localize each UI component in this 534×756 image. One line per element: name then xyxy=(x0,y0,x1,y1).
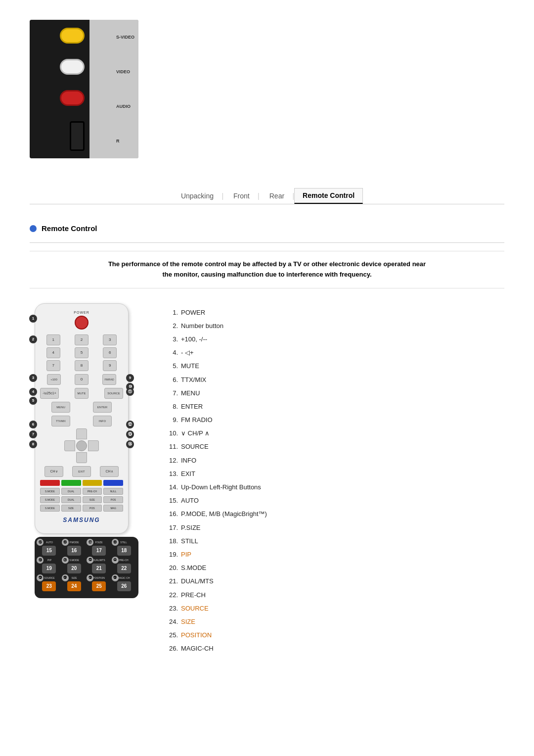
badge-24: ㉔ xyxy=(62,574,69,581)
badge-23: ㉓ xyxy=(37,574,44,581)
func-btn-4[interactable]: NULL xyxy=(103,488,123,495)
tab-remote-control[interactable]: Remote Control xyxy=(294,188,363,204)
tab-rear[interactable]: Rear xyxy=(260,188,294,204)
num-btn-6[interactable]: 6 xyxy=(103,347,117,358)
num-btn-7[interactable]: 7 xyxy=(46,360,60,371)
btn-menu[interactable]: MENU xyxy=(51,402,70,413)
badge-16: ⑯ xyxy=(62,539,69,546)
remote-power-label: POWER xyxy=(40,311,123,314)
dpad-center[interactable] xyxy=(76,440,87,451)
section-dot xyxy=(30,225,37,232)
bottom-btn-16[interactable]: 16 xyxy=(67,546,81,556)
bottom-btn-25[interactable]: 25 xyxy=(92,581,106,591)
color-btn-yellow[interactable] xyxy=(83,480,102,486)
warning-line2: the monitor, causing malfunction due to … xyxy=(49,270,485,280)
func-btn-10[interactable]: SIZE xyxy=(61,505,81,512)
num-btn-8[interactable]: 8 xyxy=(75,360,89,371)
item-label-2: Number button xyxy=(181,322,223,331)
func-btn-8[interactable]: POS xyxy=(103,496,123,503)
item-num-3: 3. xyxy=(163,335,178,344)
badge-26: ㉖ xyxy=(112,574,119,581)
item-num-8: 8. xyxy=(163,402,178,411)
item-label-14: Up-Down Left-Right Buttons xyxy=(181,483,261,492)
cable-red xyxy=(60,90,85,106)
section-divider xyxy=(30,242,504,243)
btn-ttx-mix[interactable]: TTX/MIX xyxy=(51,416,70,426)
btn-ch-up[interactable]: CH∧ xyxy=(100,466,119,477)
num-btn-9[interactable]: 9 xyxy=(103,360,117,371)
dpad-left[interactable] xyxy=(64,440,75,451)
btn-plus100[interactable]: +100 xyxy=(47,374,61,385)
num-btn-2[interactable]: 2 xyxy=(75,334,89,345)
btn-minus[interactable]: -\u25c1+ xyxy=(40,388,59,399)
item-label-5: MUTE xyxy=(181,362,199,371)
item-label-6: TTX/MIX xyxy=(181,376,206,384)
label-svideo: S-VIDEO xyxy=(116,35,134,40)
func-btn-12[interactable]: MAG xyxy=(103,505,123,512)
func-btn-3[interactable]: PRE-CH xyxy=(83,488,102,495)
func-btn-9[interactable]: S.MODE xyxy=(40,505,60,512)
nav-tabs-area: Unpacking Front Rear Remote Control xyxy=(30,188,504,204)
remote-bottom-section: AUTO P.MODE P.SIZE STILL ⑮ 15 ⑯ 16 xyxy=(35,537,138,598)
bottom-btn-18[interactable]: 18 xyxy=(117,546,131,556)
num-btn-4[interactable]: 4 xyxy=(46,347,60,358)
badge-13: ⑬ xyxy=(126,430,134,438)
item-label-19: PIP xyxy=(181,550,191,559)
badge-22: ㉒ xyxy=(112,557,119,564)
dpad-up[interactable] xyxy=(76,428,87,439)
btn-mute[interactable]: MUTE xyxy=(75,388,89,399)
func-btn-1[interactable]: S.MODE xyxy=(40,488,60,495)
bottom-btn-15[interactable]: 15 xyxy=(42,546,56,556)
badge-7: 7 xyxy=(29,430,37,438)
item-num-14: 14. xyxy=(163,483,178,492)
bottom-btn-17[interactable]: 17 xyxy=(92,546,106,556)
remote-power-button[interactable] xyxy=(75,316,89,330)
dpad-right[interactable] xyxy=(88,440,99,451)
samsung-logo: SAMSUNG xyxy=(40,514,123,526)
btn-fm-radio[interactable]: FM/RAD xyxy=(102,374,116,385)
dpad-down[interactable] xyxy=(76,452,87,463)
num-btn-1[interactable]: 1 xyxy=(46,334,60,345)
item-label-8: ENTER xyxy=(181,402,203,411)
item-label-10: ∨ CH/P ∧ xyxy=(181,429,210,438)
item-num-16: 16. xyxy=(163,510,178,519)
bottom-btn-26[interactable]: 26 xyxy=(117,581,131,591)
item-row-11: 11. SOURCE xyxy=(163,442,504,451)
items-list: 1. POWER 2. Number button 3. +100, -/-- … xyxy=(163,303,504,658)
btn-ch-down[interactable]: CH∨ xyxy=(44,466,63,477)
bottom-btn-19[interactable]: 19 xyxy=(42,564,56,573)
item-num-25: 25. xyxy=(163,631,178,640)
item-label-16: P.MODE, M/B (MagicBright™) xyxy=(181,510,267,519)
btn-info[interactable]: INFO xyxy=(93,416,112,426)
badge-8: 8 xyxy=(29,440,37,448)
color-btn-red[interactable] xyxy=(40,480,60,486)
num-btn-0[interactable]: 0 xyxy=(75,374,89,385)
item-row-12: 12. INFO xyxy=(163,456,504,465)
func-btn-11[interactable]: POS xyxy=(83,505,102,512)
func-btn-6[interactable]: DUAL xyxy=(61,496,81,503)
bottom-btn-24[interactable]: 24 xyxy=(67,581,81,591)
tab-unpacking[interactable]: Unpacking xyxy=(171,188,223,204)
item-num-12: 12. xyxy=(163,456,178,465)
btn-exit[interactable]: EXIT xyxy=(72,466,91,477)
bottom-numbered-row-2: ⑲ 19 ⑳ 20 ㉑ 21 ㉒ 22 xyxy=(38,564,135,573)
remote-outer: 1 POWER 2 1 2 3 4 5 6 xyxy=(35,303,138,598)
label-audio: AUDIO xyxy=(116,104,134,109)
btn-enter[interactable]: ENTER xyxy=(93,402,112,413)
item-label-4: - ◁+ xyxy=(181,348,194,357)
bottom-btn-21[interactable]: 21 xyxy=(92,564,106,573)
item-label-13: EXIT xyxy=(181,470,195,478)
bottom-btn-20[interactable]: 20 xyxy=(67,564,81,573)
color-btn-blue[interactable] xyxy=(103,480,123,486)
warning-line1: The performance of the remote control ma… xyxy=(49,259,485,270)
num-btn-5[interactable]: 5 xyxy=(75,347,89,358)
bottom-btn-22[interactable]: 22 xyxy=(117,564,131,573)
func-btn-2[interactable]: DUAL xyxy=(61,488,81,495)
func-btn-5[interactable]: S.MODE xyxy=(40,496,60,503)
bottom-btn-23[interactable]: 23 xyxy=(42,581,56,591)
tab-front[interactable]: Front xyxy=(223,188,260,204)
color-btn-green[interactable] xyxy=(61,480,81,486)
func-btn-7[interactable]: SIZE xyxy=(83,496,102,503)
num-btn-3[interactable]: 3 xyxy=(103,334,117,345)
btn-source[interactable]: SOURCE xyxy=(104,388,123,399)
